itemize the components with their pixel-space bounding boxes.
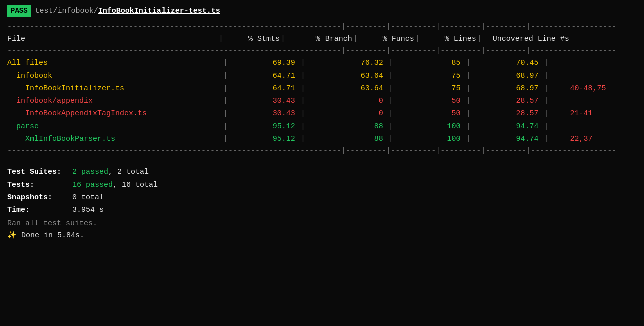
cell-stmts: 95.12 — [245, 133, 295, 145]
cell-sep3: | — [383, 82, 411, 95]
table-row: infobook | 64.71 | 63.64 | 75 | 68.97 | — [7, 70, 637, 82]
cell-branch: 76.32 — [323, 57, 383, 69]
path-prefix: test/infobook/ — [35, 7, 98, 15]
cell-funcs: 75 — [411, 82, 461, 95]
divider-top: ----------------------------------------… — [7, 21, 637, 33]
cell-sep5: | — [539, 120, 566, 133]
table-row: XmlInfoBookParser.ts | 95.12 | 88 | 100 … — [7, 133, 637, 145]
cell-sep2: | — [295, 57, 323, 69]
cell-sep2: | — [295, 120, 323, 133]
cell-lines: 94.74 — [489, 120, 539, 133]
cell-sep2: | — [295, 70, 323, 82]
table-row: All files | 69.39 | 76.32 | 85 | 70.45 | — [7, 57, 637, 69]
cell-sep5: | — [539, 82, 566, 95]
cell-branch: 0 — [323, 95, 383, 107]
cell-uncovered: 21-41 — [566, 107, 637, 120]
cell-branch: 63.64 — [323, 70, 383, 82]
cell-file: XmlInfoBookParser.ts — [7, 133, 218, 145]
cell-file: InfoBookAppendixTagIndex.ts — [7, 107, 218, 120]
sep3: | — [352, 33, 364, 45]
cell-sep1: | — [218, 82, 245, 95]
cell-lines: 68.97 — [489, 70, 539, 82]
cell-sep3: | — [383, 133, 411, 145]
sep2: | — [280, 33, 292, 45]
cell-file: parse — [7, 120, 218, 133]
cell-branch: 88 — [323, 133, 383, 145]
table-row: InfoBookInitializer.ts | 64.71 | 63.64 |… — [7, 82, 637, 95]
cell-sep5: | — [539, 107, 566, 120]
cell-sep2: | — [295, 95, 323, 107]
snapshots-value: 0 total — [72, 192, 104, 203]
cell-branch: 88 — [323, 120, 383, 133]
cell-uncovered — [566, 70, 637, 82]
col-header-uncovered: Uncovered Line #s — [489, 33, 637, 45]
cell-sep1: | — [218, 120, 245, 133]
header-path: test/infobook/InfoBookInitializer-test.t… — [35, 5, 220, 17]
cell-funcs: 50 — [411, 107, 461, 120]
sep5: | — [476, 33, 489, 45]
cell-funcs: 75 — [411, 70, 461, 82]
cell-sep4: | — [461, 133, 489, 145]
coverage-data-table: All files | 69.39 | 76.32 | 85 | 70.45 |… — [7, 57, 637, 145]
cell-uncovered — [566, 120, 637, 133]
time-value: 3.954 s — [72, 204, 104, 216]
cell-file: InfoBookInitializer.ts — [7, 82, 218, 95]
cell-sep1: | — [218, 70, 245, 82]
cell-funcs: 50 — [411, 95, 461, 107]
cell-sep4: | — [461, 82, 489, 95]
time-label: Time: — [7, 204, 72, 216]
header: PASS test/infobook/InfoBookInitializer-t… — [7, 5, 637, 17]
cell-sep5: | — [539, 95, 566, 107]
sep1: | — [218, 33, 230, 45]
tests-total: , 16 total — [113, 179, 158, 191]
cell-sep1: | — [218, 107, 245, 120]
divider-bottom: ----------------------------------------… — [7, 145, 637, 157]
cell-lines: 68.97 — [489, 82, 539, 95]
cell-branch: 63.64 — [323, 82, 383, 95]
cell-stmts: 30.43 — [245, 107, 295, 120]
cell-sep1: | — [218, 95, 245, 107]
cell-funcs: 85 — [411, 57, 461, 69]
cell-sep3: | — [383, 70, 411, 82]
cell-stmts: 64.71 — [245, 70, 295, 82]
cell-branch: 0 — [323, 107, 383, 120]
sep4: | — [414, 33, 426, 45]
snapshots-label: Snapshots: — [7, 192, 72, 203]
cell-stmts: 64.71 — [245, 82, 295, 95]
tests-label: Tests: — [7, 179, 72, 191]
cell-stmts: 69.39 — [245, 57, 295, 69]
col-header-funcs: % Funcs — [364, 33, 414, 45]
table-header-row: File | % Stmts | % Branch | % Funcs | % … — [7, 33, 637, 45]
pass-badge: PASS — [7, 5, 31, 17]
col-header-stmts: % Stmts — [230, 33, 280, 45]
suites-label: Test Suites: — [7, 166, 72, 178]
divider-mid: ----------------------------------------… — [7, 45, 637, 57]
cell-sep3: | — [383, 107, 411, 120]
suites-value: 2 passed — [72, 166, 108, 178]
cell-funcs: 100 — [411, 120, 461, 133]
cell-sep2: | — [295, 82, 323, 95]
cell-sep5: | — [539, 133, 566, 145]
tests-row: Tests: 16 passed , 16 total — [7, 179, 637, 191]
time-row: Time: 3.954 s — [7, 204, 637, 216]
cell-sep5: | — [539, 70, 566, 82]
col-header-file: File — [7, 33, 218, 45]
cell-sep4: | — [461, 95, 489, 107]
cell-stmts: 95.12 — [245, 120, 295, 133]
done-text: ✨ Done in 5.84s. — [7, 230, 637, 241]
ran-text: Ran all test suites. — [7, 218, 637, 229]
cell-uncovered — [566, 57, 637, 69]
cell-file: infobook/appendix — [7, 95, 218, 107]
table-row: infobook/appendix | 30.43 | 0 | 50 | 28.… — [7, 95, 637, 107]
cell-uncovered: 22,37 — [566, 133, 637, 145]
cell-sep4: | — [461, 120, 489, 133]
cell-lines: 70.45 — [489, 57, 539, 69]
snapshots-row: Snapshots: 0 total — [7, 192, 637, 203]
cell-sep3: | — [383, 57, 411, 69]
cell-funcs: 100 — [411, 133, 461, 145]
suites-total: , 2 total — [108, 166, 149, 178]
cell-sep3: | — [383, 120, 411, 133]
cell-sep1: | — [218, 57, 245, 69]
cell-lines: 28.57 — [489, 107, 539, 120]
path-filename: InfoBookInitializer-test.ts — [98, 7, 220, 15]
